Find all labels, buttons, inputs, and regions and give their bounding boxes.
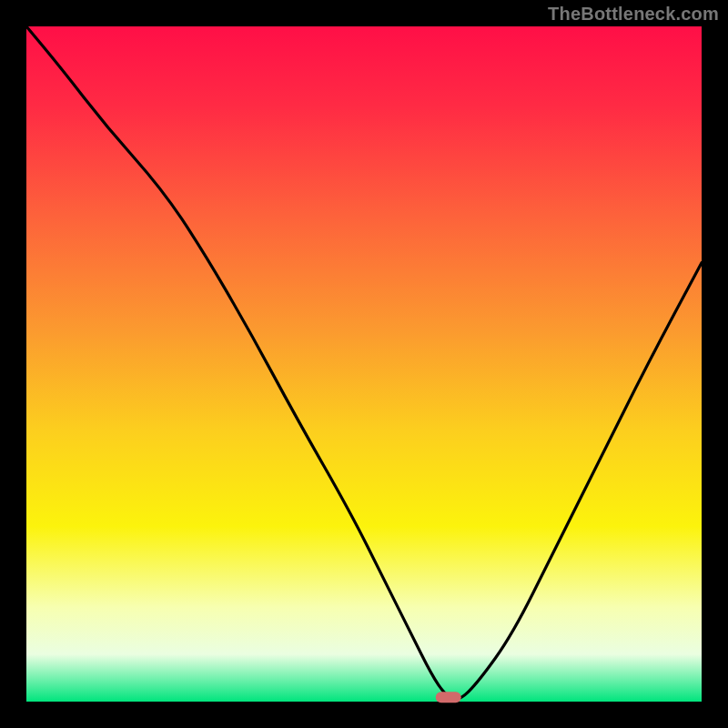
watermark-text: TheBottleneck.com: [548, 4, 719, 25]
optimal-marker: [436, 692, 461, 703]
chart-stage: TheBottleneck.com: [0, 0, 728, 728]
plot-gradient: [26, 26, 702, 702]
chart-svg: [0, 0, 728, 728]
